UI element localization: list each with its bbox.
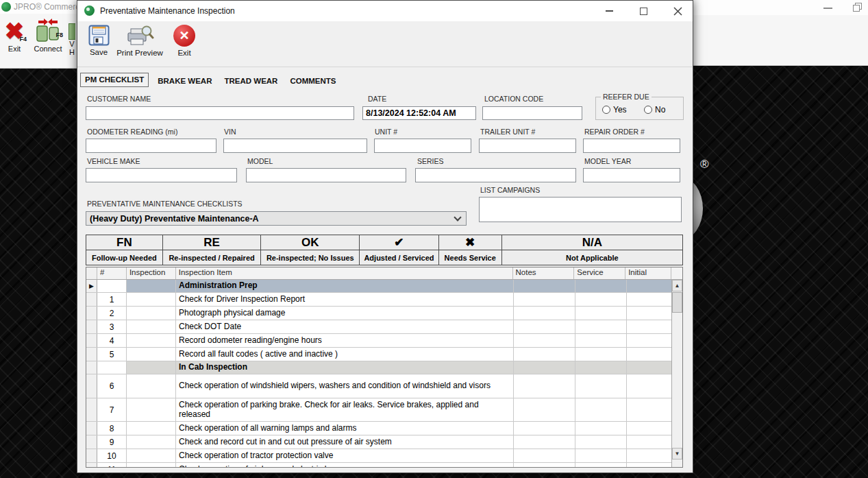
reefer-no-radio[interactable]: No (644, 105, 665, 115)
table-row[interactable]: 1Check for Driver Inspection Report (86, 293, 673, 307)
vehicle-make-input[interactable] (86, 168, 237, 182)
bg-partial-button[interactable]: V H (67, 18, 77, 64)
cell-notes[interactable] (514, 334, 575, 347)
cell-inspection-status[interactable] (127, 307, 176, 320)
cell-number[interactable]: 4 (97, 334, 127, 347)
cell-initial[interactable] (627, 398, 673, 421)
cell-service[interactable] (575, 463, 627, 468)
cell-inspection-item[interactable]: Check for Driver Inspection Report (176, 293, 514, 306)
scroll-thumb[interactable] (672, 292, 682, 313)
cell-inspection-status[interactable] (127, 422, 176, 435)
cell-initial[interactable] (627, 361, 673, 374)
dialog-titlebar[interactable]: Preventative Maintenance Inspection (77, 1, 693, 21)
cell-initial[interactable] (627, 307, 673, 320)
cell-number[interactable]: 2 (97, 307, 127, 320)
cell-service[interactable] (575, 435, 627, 449)
cell-number[interactable]: 8 (97, 422, 127, 435)
cell-inspection-item[interactable]: Administration Prep (176, 280, 514, 292)
table-row[interactable]: 8Check operation of all warning lamps an… (86, 422, 673, 435)
cell-number[interactable]: 5 (97, 348, 127, 361)
cell-inspection-status[interactable] (127, 435, 176, 449)
cell-inspection-item[interactable]: Check and record cut in and cut out pres… (176, 435, 514, 449)
cell-initial[interactable] (627, 435, 673, 449)
bg-minimize-icon[interactable] (823, 8, 832, 9)
odometer-input[interactable] (86, 139, 216, 153)
bg-connect-button[interactable]: F8 Connect (30, 18, 66, 64)
cell-inspection-item[interactable]: Check operation of parking brake. Check … (176, 398, 514, 421)
table-row[interactable]: 6Check operation of windshield wipers, w… (86, 374, 673, 398)
cell-service[interactable] (575, 422, 627, 435)
cell-inspection-status[interactable] (127, 449, 176, 462)
cell-number[interactable]: 7 (97, 398, 127, 421)
vertical-scrollbar[interactable]: ▲ ▼ (671, 280, 682, 459)
cell-notes[interactable] (514, 348, 575, 361)
cell-inspection-item[interactable]: Record all fault codes ( active and inac… (176, 348, 514, 361)
cell-number[interactable]: 6 (97, 374, 127, 398)
cell-inspection-item[interactable]: Photograph physical damage (176, 307, 514, 320)
pm-checklists-dropdown[interactable]: (Heavy Duty) Preventative Maintenance-A (86, 211, 467, 226)
cell-inspection-status[interactable] (127, 361, 176, 374)
bg-exit-button[interactable]: ✖ F4 Exit (0, 18, 29, 64)
cell-service[interactable] (575, 293, 627, 306)
save-button[interactable]: Save (83, 25, 114, 56)
cell-number[interactable] (97, 361, 127, 374)
minimize-button[interactable] (595, 1, 623, 21)
cell-number[interactable] (97, 280, 127, 292)
cell-service[interactable] (575, 280, 627, 292)
cell-initial[interactable] (627, 293, 673, 306)
maximize-button[interactable] (630, 1, 657, 21)
reefer-yes-radio[interactable]: Yes (602, 105, 627, 115)
bg-restore-icon[interactable] (853, 3, 863, 12)
tab-comments[interactable]: COMMENTS (284, 75, 342, 87)
cell-service[interactable] (575, 361, 627, 374)
cell-inspection-item[interactable]: Check operation of windshield wipers, wa… (176, 374, 514, 398)
cell-number[interactable]: 10 (97, 449, 127, 462)
cell-service[interactable] (575, 449, 627, 462)
customer-name-input[interactable] (86, 106, 354, 120)
table-row[interactable]: 10Check operation of tractor protection … (86, 449, 673, 463)
cell-inspection-item[interactable]: Check operation of tractor protection va… (176, 449, 514, 462)
trailer-unit-input[interactable] (479, 139, 576, 153)
date-input[interactable] (362, 106, 476, 120)
cell-inspection-item[interactable]: Check DOT Date (176, 320, 514, 333)
cell-notes[interactable] (514, 422, 575, 435)
tab-brake-wear[interactable]: BRAKE WEAR (151, 75, 218, 87)
cell-service[interactable] (575, 374, 627, 398)
cell-notes[interactable] (514, 280, 575, 292)
location-code-input[interactable] (482, 106, 582, 120)
cell-initial[interactable] (627, 374, 673, 398)
section-row[interactable]: ▶Administration Prep (86, 280, 673, 293)
cell-notes[interactable] (514, 320, 575, 333)
cell-service[interactable] (575, 320, 627, 333)
cell-inspection-status[interactable] (127, 320, 176, 333)
cell-service[interactable] (575, 398, 627, 421)
cell-initial[interactable] (627, 348, 673, 361)
cell-initial[interactable] (627, 280, 673, 292)
table-row[interactable]: 5Record all fault codes ( active and ina… (86, 348, 673, 361)
close-button[interactable] (664, 1, 691, 21)
cell-service[interactable] (575, 307, 627, 320)
series-input[interactable] (415, 168, 576, 182)
cell-inspection-item[interactable]: Check operation of air horn and electric… (176, 463, 514, 468)
section-row[interactable]: In Cab Inspection (86, 361, 673, 374)
model-input[interactable] (246, 168, 406, 182)
cell-initial[interactable] (627, 463, 673, 468)
cell-number[interactable]: 1 (97, 293, 127, 306)
cell-number[interactable]: 3 (97, 320, 127, 333)
cell-inspection-item[interactable]: Record odometer reading/engine hours (176, 334, 514, 347)
tab-tread-wear[interactable]: TREAD WEAR (218, 75, 284, 87)
list-campaigns-input[interactable] (479, 197, 682, 222)
cell-initial[interactable] (627, 320, 673, 333)
table-row[interactable]: 9Check and record cut in and cut out pre… (86, 435, 673, 449)
cell-inspection-item[interactable]: In Cab Inspection (176, 361, 514, 374)
cell-notes[interactable] (514, 374, 575, 398)
cell-notes[interactable] (514, 293, 575, 306)
cell-initial[interactable] (627, 422, 673, 435)
tab-pm-checklist[interactable]: PM CHECKLIST (80, 73, 149, 87)
cell-initial[interactable] (627, 449, 673, 462)
cell-inspection-status[interactable] (127, 348, 176, 361)
cell-notes[interactable] (514, 463, 575, 468)
cell-inspection-status[interactable] (127, 463, 176, 468)
model-year-input[interactable] (583, 168, 680, 182)
cell-inspection-status[interactable] (127, 374, 176, 398)
